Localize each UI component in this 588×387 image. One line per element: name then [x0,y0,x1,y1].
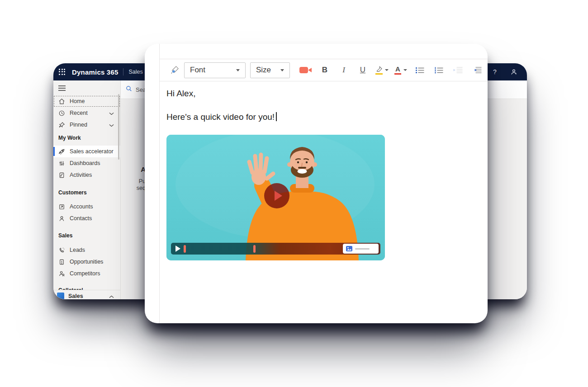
bold-button[interactable]: B [318,63,332,77]
contacts-icon [58,215,65,222]
sidebar-item-leads[interactable]: Leads [53,244,120,256]
help-icon[interactable]: ? [488,68,502,76]
editor-toolbar: Font Size B I U [160,59,488,81]
header-divider [123,68,123,76]
sidebar-scrollbar[interactable] [118,94,119,160]
italic-button[interactable]: I [337,63,351,77]
activities-icon [58,172,65,179]
video-play-button[interactable] [264,183,289,208]
area-switcher[interactable]: Sales [53,290,120,299]
sidebar-item-label: Competitors [70,270,100,277]
sidebar-item-dashboards[interactable]: Dashboards [53,157,120,169]
sidebar-item-contacts[interactable]: Contacts [53,212,120,224]
email-greeting: Hi Alex, [166,88,488,99]
decrease-indent-icon[interactable] [451,63,465,77]
font-color-icon: A [394,66,401,75]
sidebar-item-label: Accounts [70,203,93,210]
email-message: Here's a quick video for you! [166,111,488,123]
video-timeline-bar[interactable] [171,243,380,255]
text-cursor [276,112,277,121]
timeline-marker [253,245,256,253]
app-launcher-icon[interactable] [59,69,66,76]
background-content-fragments: A Pu seq [121,165,146,192]
chevron-down-icon [403,69,407,71]
sidebar-item-home[interactable]: Home [53,95,120,107]
sidebar-item-label: Recent [70,110,88,116]
embedded-video-player[interactable] [166,135,385,260]
opportunities-icon [58,259,65,265]
section-label-customers: Customers [53,189,120,196]
sidebar-item-label: Opportunities [70,259,103,265]
increase-indent-icon[interactable] [470,63,484,77]
fragment-line: Pu [121,178,146,185]
app-brand: Dynamics 365 [72,68,118,76]
chevron-down-icon [385,69,389,71]
highlight-color-button[interactable] [375,63,389,77]
leads-icon [58,247,65,254]
rich-text-editor: Font Size B I U [159,44,488,323]
font-size-select[interactable]: Size [250,62,290,78]
sidebar-item-recent[interactable]: Recent [53,107,120,119]
highlighter-icon [375,66,383,75]
chevron-down-icon[interactable] [109,110,114,117]
email-editor-window: Font Size B I U [145,44,488,323]
section-label-sales: Sales [53,232,120,239]
fragment-heading: A [121,165,146,173]
sidebar-item-activities[interactable]: Activities [53,169,120,181]
chevron-down-icon[interactable] [109,122,114,128]
sidebar-item-competitors[interactable]: Competitors [53,268,120,279]
chevron-down-icon [236,69,240,71]
dashboards-icon [58,160,65,167]
sidebar-item-label: Dashboards [70,160,100,166]
sidebar-item-label: Pinned [70,122,87,128]
sitemap-toggle-icon[interactable] [53,80,120,94]
sales-app-icon [57,293,64,299]
support-agent-icon[interactable] [507,68,521,76]
record-video-icon[interactable] [299,63,313,77]
sidebar-item-label: Sales accelerator [70,148,114,155]
section-label-my-work: My Work [53,135,120,142]
sidebar-item-label: Leads [70,247,85,253]
competitors-icon [58,270,65,277]
area-switcher-label: Sales [68,293,83,299]
play-icon [275,191,282,201]
pin-icon [58,122,65,128]
fragment-line: seq [121,185,146,192]
sidebar-item-pinned[interactable]: Pinned [53,119,120,131]
image-icon [346,246,352,251]
font-color-button[interactable]: A [394,63,408,77]
font-size-value: Size [256,66,271,75]
sidebar-item-label: Contacts [70,215,92,222]
timeline-play-icon[interactable] [175,245,180,252]
chevron-down-icon [280,69,284,71]
clock-icon [58,110,65,117]
video-thumbnail-button[interactable] [343,244,379,254]
sidebar-item-opportunities[interactable]: Opportunities [53,256,120,268]
page: Dynamics 365 Sales Hub ? [0,0,588,387]
sitemap-sidebar: Home Recent Pinned My Work [53,80,121,299]
thumbnail-label-placeholder [355,248,370,250]
home-icon [58,98,65,105]
chevron-up-icon[interactable] [109,292,114,299]
sidebar-item-sales-accelerator[interactable]: Sales accelerator [53,146,120,157]
sidebar-item-label: Activities [70,172,92,178]
timeline-marker [184,245,186,253]
font-family-value: Font [190,66,205,75]
underline-button[interactable]: U [356,63,370,77]
email-body[interactable]: Hi Alex, Here's a quick video for you! [160,81,488,260]
font-family-select[interactable]: Font [184,62,246,78]
numbered-list-icon[interactable] [432,63,446,77]
rocket-icon [58,148,65,155]
accounts-icon [58,203,65,210]
sidebar-item-label: Home [70,98,85,104]
sidebar-item-accounts[interactable]: Accounts [53,201,120,212]
bullet-list-icon[interactable] [413,63,427,77]
search-icon [126,85,132,94]
format-painter-icon[interactable] [168,63,181,77]
